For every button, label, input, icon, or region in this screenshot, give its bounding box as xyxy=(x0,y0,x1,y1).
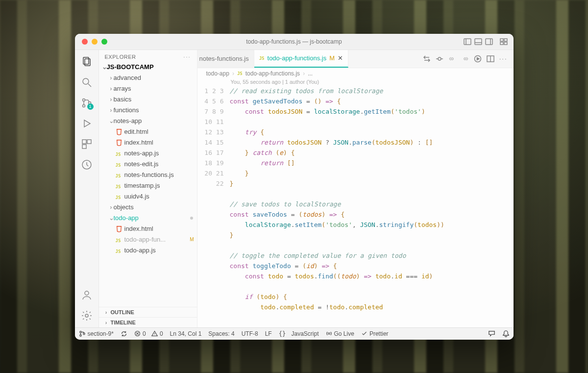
folder-root[interactable]: ⌄ JS-BOOTCAMP xyxy=(99,62,197,73)
folder-item[interactable]: ›objects xyxy=(99,202,197,213)
chevron-right-icon: › xyxy=(109,74,114,81)
js-file-icon: JS xyxy=(116,193,122,200)
sidebar: EXPLORER ··· ⌄ JS-BOOTCAMP ›advanced›arr… xyxy=(99,50,197,327)
folder-item[interactable]: ›arrays xyxy=(99,83,197,94)
file-item[interactable]: JSnotes-app.js xyxy=(99,148,197,159)
problems-status[interactable]: 0 0 xyxy=(134,330,163,337)
eol-status[interactable]: LF xyxy=(265,330,272,337)
item-label: index.html xyxy=(124,139,153,146)
modified-badge: M xyxy=(190,237,194,242)
svg-rect-11 xyxy=(85,59,90,66)
file-item[interactable]: JSnotes-edit.js xyxy=(99,159,197,170)
sync-status[interactable] xyxy=(121,330,127,337)
svg-line-13 xyxy=(88,84,91,87)
code-content[interactable]: // read existing todos from localStorage… xyxy=(230,86,514,327)
root-label: JS-BOOTCAMP xyxy=(107,63,154,71)
html-file-icon xyxy=(116,225,122,232)
run-icon[interactable] xyxy=(474,55,482,63)
prev-icon[interactable] xyxy=(448,55,456,63)
item-label: arrays xyxy=(114,85,131,92)
tab-label: todo-app-functions.js xyxy=(268,54,327,62)
file-item[interactable]: index.html xyxy=(99,224,197,234)
settings-activity[interactable] xyxy=(81,310,93,322)
chevron-down-icon: ⌄ xyxy=(109,117,114,124)
cursor-status[interactable]: Ln 34, Col 1 xyxy=(170,330,202,337)
chevron-down-icon: ⌄ xyxy=(109,214,114,222)
bell-icon[interactable] xyxy=(502,330,510,337)
folder-item[interactable]: ›basics xyxy=(99,94,197,105)
spaces-status[interactable]: Spaces: 4 xyxy=(208,330,234,337)
next-icon[interactable] xyxy=(461,55,469,63)
sidebar-title: EXPLORER xyxy=(105,54,136,60)
source-control-activity[interactable]: 1 xyxy=(81,97,93,109)
git-blame: You, 55 seconds ago | 1 author (You) xyxy=(197,79,514,86)
breadcrumb[interactable]: todo-app› JS todo-app-functions.js› ... xyxy=(197,68,514,79)
sidebar-more-icon[interactable]: ··· xyxy=(183,54,191,60)
svg-point-14 xyxy=(82,99,85,101)
panel-right-icon[interactable] xyxy=(485,38,493,46)
tab-bar: notes-functions.jsJStodo-app-functions.j… xyxy=(197,50,514,68)
file-item[interactable]: JSuuidv4.js xyxy=(99,191,197,202)
layout-icon[interactable] xyxy=(500,38,508,46)
encoding-status[interactable]: UTF-8 xyxy=(242,330,258,337)
explorer-activity[interactable] xyxy=(81,56,93,68)
svg-rect-4 xyxy=(486,39,492,45)
panel-bottom-icon[interactable] xyxy=(474,38,482,46)
branch-status[interactable]: section-9* xyxy=(79,330,114,337)
item-label: todo-app.js xyxy=(124,247,156,254)
gitlens-activity[interactable] xyxy=(81,159,93,171)
golive-status[interactable]: Go Live xyxy=(326,330,354,337)
compare-icon[interactable] xyxy=(423,55,431,63)
svg-marker-30 xyxy=(477,57,479,60)
svg-point-22 xyxy=(85,291,89,295)
search-activity[interactable] xyxy=(81,76,93,88)
folder-item[interactable]: ⌄notes-app xyxy=(99,116,197,126)
svg-rect-18 xyxy=(82,140,86,144)
svg-rect-9 xyxy=(504,42,507,45)
editor-tab[interactable]: JStodo-app-functions.jsM✕ xyxy=(254,50,348,68)
close-window-button[interactable] xyxy=(82,39,88,45)
file-item[interactable]: edit.html xyxy=(99,126,197,137)
folder-item[interactable]: ›functions xyxy=(99,105,197,116)
tab-label: notes-functions.js xyxy=(199,55,249,62)
prettier-status[interactable]: Prettier xyxy=(361,330,389,337)
feedback-icon[interactable] xyxy=(488,330,495,337)
code-editor[interactable]: 1 2 3 4 5 6 7 8 9 10 11 12 13 14 15 16 1… xyxy=(197,86,514,327)
modified-dot-icon xyxy=(190,217,193,220)
split-icon[interactable] xyxy=(487,55,494,63)
titlebar: todo-app-functions.js — js-bootcamp xyxy=(75,34,514,50)
svg-rect-7 xyxy=(504,39,507,41)
file-item[interactable]: JStimestamp.js xyxy=(99,180,197,191)
run-debug-activity[interactable] xyxy=(81,118,93,129)
zoom-window-button[interactable] xyxy=(101,39,107,45)
js-file-icon: JS xyxy=(116,150,122,157)
panel-left-icon[interactable] xyxy=(464,38,471,46)
outline-section[interactable]: ›OUTLINE xyxy=(99,307,197,317)
file-item[interactable]: JSnotes-functions.js xyxy=(99,170,197,180)
item-label: notes-app xyxy=(114,117,142,124)
js-file-icon: JS xyxy=(259,56,265,61)
language-status[interactable]: {} JavaScript xyxy=(279,330,319,337)
svg-point-24 xyxy=(438,57,441,60)
svg-rect-8 xyxy=(500,42,503,45)
folder-item[interactable]: ›advanced xyxy=(99,73,197,83)
account-activity[interactable] xyxy=(81,289,93,301)
status-bar: section-9* 0 0 Ln 34, Col 1 Spaces: 4 UT… xyxy=(75,327,514,340)
extensions-activity[interactable] xyxy=(81,138,93,150)
chevron-right-icon: › xyxy=(109,85,114,92)
svg-point-15 xyxy=(82,104,85,107)
editor-more-icon[interactable]: ··· xyxy=(499,55,508,62)
svg-point-33 xyxy=(79,331,81,333)
minimize-window-button[interactable] xyxy=(92,39,98,45)
file-item[interactable]: JStodo-app.js xyxy=(99,245,197,256)
chevron-down-icon: ⌄ xyxy=(102,63,107,71)
traffic-lights xyxy=(75,39,107,45)
editor-tab[interactable]: notes-functions.js xyxy=(197,50,254,68)
chevron-right-icon: › xyxy=(109,203,114,211)
close-icon[interactable]: ✕ xyxy=(338,54,343,62)
file-item[interactable]: JStodo-app-fun...M xyxy=(99,234,197,245)
commit-icon[interactable] xyxy=(436,55,443,63)
folder-item[interactable]: ⌄todo-app xyxy=(99,213,197,224)
file-item[interactable]: index.html xyxy=(99,137,197,148)
timeline-section[interactable]: ›TIMELINE xyxy=(99,317,197,327)
